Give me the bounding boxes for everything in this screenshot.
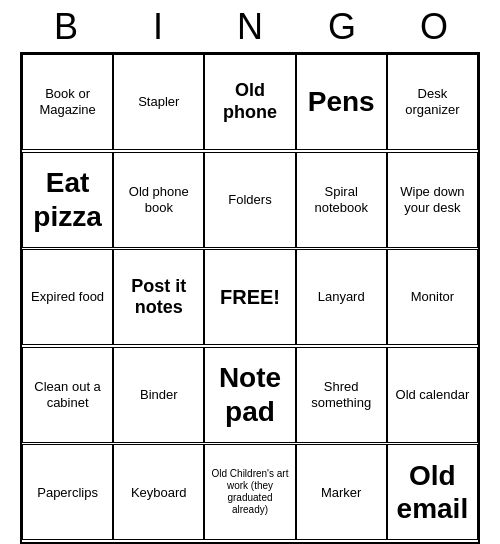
bingo-cell-13: Lanyard (296, 249, 387, 345)
bingo-cell-3: Pens (296, 54, 387, 150)
bingo-grid: Book or MagazineStaplerOld phonePensDesk… (20, 52, 480, 544)
bingo-cell-14: Monitor (387, 249, 478, 345)
bingo-cell-20: Paperclips (22, 444, 113, 540)
bingo-cell-11: Post it notes (113, 249, 204, 345)
bingo-cell-7: Folders (204, 152, 295, 248)
bingo-cell-19: Old calendar (387, 347, 478, 443)
bingo-cell-21: Keyboard (113, 444, 204, 540)
bingo-cell-9: Wipe down your desk (387, 152, 478, 248)
bingo-cell-23: Marker (296, 444, 387, 540)
bingo-cell-6: Old phone book (113, 152, 204, 248)
bingo-cell-24: Old email (387, 444, 478, 540)
bingo-cell-16: Binder (113, 347, 204, 443)
bingo-cell-12: FREE! (204, 249, 295, 345)
bingo-cell-10: Expired food (22, 249, 113, 345)
bingo-cell-17: Note pad (204, 347, 295, 443)
title-letter: I (116, 6, 200, 48)
bingo-cell-0: Book or Magazine (22, 54, 113, 150)
bingo-cell-22: Old Children's art work (they graduated … (204, 444, 295, 540)
bingo-cell-1: Stapler (113, 54, 204, 150)
bingo-cell-5: Eat pizza (22, 152, 113, 248)
bingo-cell-15: Clean out a cabinet (22, 347, 113, 443)
title-letter: N (208, 6, 292, 48)
bingo-cell-4: Desk organizer (387, 54, 478, 150)
title-letter: O (392, 6, 476, 48)
bingo-title: BINGO (20, 0, 480, 52)
title-letter: B (24, 6, 108, 48)
bingo-cell-2: Old phone (204, 54, 295, 150)
bingo-cell-8: Spiral notebook (296, 152, 387, 248)
title-letter: G (300, 6, 384, 48)
bingo-cell-18: Shred something (296, 347, 387, 443)
